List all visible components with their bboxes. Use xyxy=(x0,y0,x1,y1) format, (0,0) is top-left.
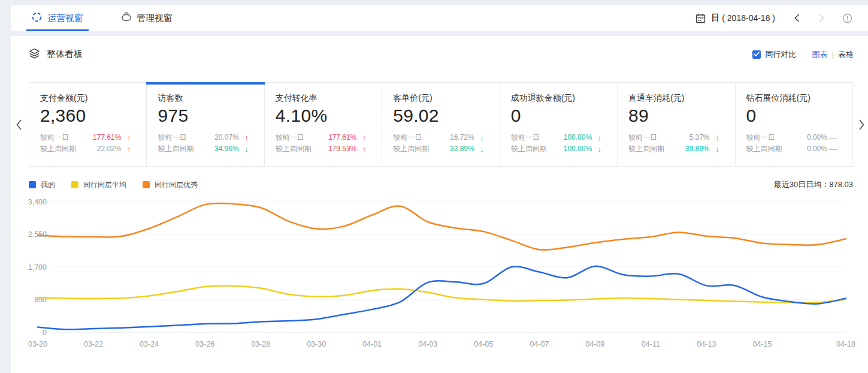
legend-label: 同行同层平均 xyxy=(83,180,126,190)
carousel-prev-icon[interactable] xyxy=(16,119,22,131)
arrow-down-icon: ↓ xyxy=(592,143,601,155)
compare-period-label: 较前一日 xyxy=(158,132,186,143)
metric-value: 2,360 xyxy=(40,106,146,126)
chart-annotation: 最近30日日均：878.03 xyxy=(774,179,853,190)
dash-icon: — xyxy=(827,132,837,143)
x-axis-tick-label: 03-26 xyxy=(195,340,214,348)
compare-period-label: 较上周同期 xyxy=(393,143,429,155)
compare-percent-value: 179.53% xyxy=(311,143,356,155)
dashboard-ring-icon xyxy=(32,12,42,24)
date-value[interactable]: ( 2018-04-18 ) xyxy=(722,13,775,23)
compare-percent-value: 34.96% xyxy=(193,143,238,155)
compare-period-label: 较前一日 xyxy=(746,132,775,143)
metric-card[interactable]: 钻石展位消耗(元) 0 较前一日0.00%—较上周同期0.00%— xyxy=(736,83,852,166)
legend-swatch xyxy=(29,181,36,188)
compare-period-label: 较上周同期 xyxy=(40,143,76,155)
arrow-down-icon: ↓ xyxy=(239,143,249,155)
compare-period-label: 较前一日 xyxy=(276,132,304,143)
x-axis-tick-label: 03-20 xyxy=(28,340,47,348)
carousel-next-icon[interactable] xyxy=(858,119,865,131)
arrow-down-icon: ↓ xyxy=(710,143,719,155)
arrow-up-icon: ↑ xyxy=(239,132,249,143)
metric-title: 钻石展位消耗(元) xyxy=(746,93,852,104)
compare-checkbox[interactable] xyxy=(752,50,761,59)
arrow-down-icon: ↓ xyxy=(474,143,484,155)
compare-percent-value: 39.89% xyxy=(664,143,709,155)
compare-period-label: 较前一日 xyxy=(393,132,422,143)
compare-percent-value: 16.72% xyxy=(422,132,474,143)
calendar-icon[interactable] xyxy=(695,13,706,23)
tab-management-view[interactable]: 管理视窗 xyxy=(120,5,174,31)
tab-label: 运营视窗 xyxy=(47,13,83,24)
legend-item[interactable]: 我的 xyxy=(29,180,55,190)
compare-period-label: 较上周同期 xyxy=(746,143,782,155)
compare-period-label: 较前一日 xyxy=(511,132,540,143)
metric-card[interactable]: 成功退款金额(元) 0 较前一日100.00%↓较上周同期100.00%↓ xyxy=(500,83,618,166)
metric-compare-rows: 较前一日100.00%↓较上周同期100.00%↓ xyxy=(511,132,617,155)
compare-percent-value: 100.00% xyxy=(540,132,592,143)
metric-card[interactable]: 支付转化率 4.10% 较前一日177.61%↑较上周同期179.53%↑ xyxy=(265,83,382,166)
metric-compare-rows: 较前一日20.07%↑较上周同期34.96%↓ xyxy=(158,132,264,155)
x-axis-tick-label: 04-05 xyxy=(474,340,493,348)
x-axis-tick-label: 04-11 xyxy=(642,340,660,348)
metric-card[interactable]: 访客数 975 较前一日20.07%↑较上周同期34.96%↓ xyxy=(147,83,264,166)
compare-percent-value: 22.02% xyxy=(76,143,121,155)
y-axis-tick-label: 3,400 xyxy=(28,198,47,206)
legend-swatch xyxy=(71,181,78,188)
x-axis-tick-label: 03-24 xyxy=(140,340,159,348)
metric-cards: 支付金额(元) 2,360 较前一日177.61%↑较上周同期22.02%↑ 访… xyxy=(29,82,853,167)
metric-card[interactable]: 支付金额(元) 2,360 较前一日177.61%↑较上周同期22.02%↑ xyxy=(29,83,147,166)
metric-cards-carousel: 支付金额(元) 2,360 较前一日177.61%↑较上周同期22.02%↑ 访… xyxy=(11,82,868,167)
metric-compare-rows: 较前一日5.37%↓较上周同期39.89%↓ xyxy=(628,132,734,155)
chart-legend: 我的同行同层平均同行同层优秀 xyxy=(29,180,198,190)
metric-value: 59.02 xyxy=(393,106,499,126)
section-title: 整体看板 xyxy=(47,49,83,60)
info-icon[interactable] xyxy=(842,13,852,23)
arrow-up-icon: ↑ xyxy=(121,132,131,143)
x-axis-tick-label: 04-09 xyxy=(585,340,604,348)
metric-value: 4.10% xyxy=(276,106,382,126)
prev-date-icon[interactable] xyxy=(793,13,800,23)
money-bag-icon xyxy=(122,12,131,24)
compare-percent-value: 177.61% xyxy=(69,132,121,143)
nav-right-controls: 日 ( 2018-04-18 ) xyxy=(695,13,852,23)
metric-compare-rows: 较前一日177.61%↑较上周同期22.02%↑ xyxy=(40,132,146,155)
view-chart-link[interactable]: 图表 xyxy=(812,49,828,60)
legend-label: 我的 xyxy=(41,180,55,190)
compare-period-label: 较前一日 xyxy=(628,132,657,143)
compare-percent-value: 0.00% xyxy=(782,143,827,155)
x-axis-tick-label: 03-22 xyxy=(84,340,103,348)
metric-title: 成功退款金额(元) xyxy=(511,93,617,104)
legend-row: 我的同行同层平均同行同层优秀 最近30日日均：878.03 xyxy=(29,179,853,190)
arrow-down-icon: ↓ xyxy=(474,132,484,143)
nav-tabs: 运营视窗 管理视窗 xyxy=(30,5,209,31)
metric-compare-rows: 较前一日16.72%↓较上周同期32.89%↓ xyxy=(393,132,499,155)
next-date-icon[interactable] xyxy=(818,13,825,23)
legend-label: 同行同层优秀 xyxy=(155,180,198,190)
compare-checkbox-label[interactable]: 同行对比 xyxy=(766,49,797,60)
metric-title: 客单价(元) xyxy=(393,93,499,104)
section-header: 整体看板 同行对比 图表 | 表格 xyxy=(11,36,868,61)
tab-operations-view[interactable]: 运营视窗 xyxy=(30,5,85,31)
compare-period-label: 较前一日 xyxy=(40,132,69,143)
arrow-down-icon: ↓ xyxy=(710,132,719,143)
compare-period-label: 较上周同期 xyxy=(158,143,193,155)
series-line-peer-best xyxy=(38,203,846,250)
view-table-link[interactable]: 表格 xyxy=(838,49,854,60)
arrow-up-icon: ↑ xyxy=(356,132,366,143)
metric-title: 访客数 xyxy=(158,93,264,104)
trend-line-chart[interactable]: 3,4002,5501,700850003-2003-2203-2403-260… xyxy=(11,195,868,370)
dash-icon: — xyxy=(827,143,837,155)
legend-item[interactable]: 同行同层平均 xyxy=(71,180,126,190)
view-separator: | xyxy=(832,50,834,59)
legend-item[interactable]: 同行同层优秀 xyxy=(143,180,198,190)
metric-card[interactable]: 直通车消耗(元) 89 较前一日5.37%↓较上周同期39.89%↓ xyxy=(618,83,735,166)
date-granularity-label[interactable]: 日 xyxy=(711,13,719,23)
metric-card[interactable]: 客单价(元) 59.02 较前一日16.72%↓较上周同期32.89%↓ xyxy=(382,83,500,166)
compare-percent-value: 20.07% xyxy=(186,132,238,143)
metric-title: 支付转化率 xyxy=(276,93,382,104)
metric-value: 975 xyxy=(158,106,264,126)
legend-swatch xyxy=(143,181,150,188)
metric-compare-rows: 较前一日0.00%—较上周同期0.00%— xyxy=(746,132,852,155)
metric-compare-rows: 较前一日177.61%↑较上周同期179.53%↑ xyxy=(276,132,382,155)
